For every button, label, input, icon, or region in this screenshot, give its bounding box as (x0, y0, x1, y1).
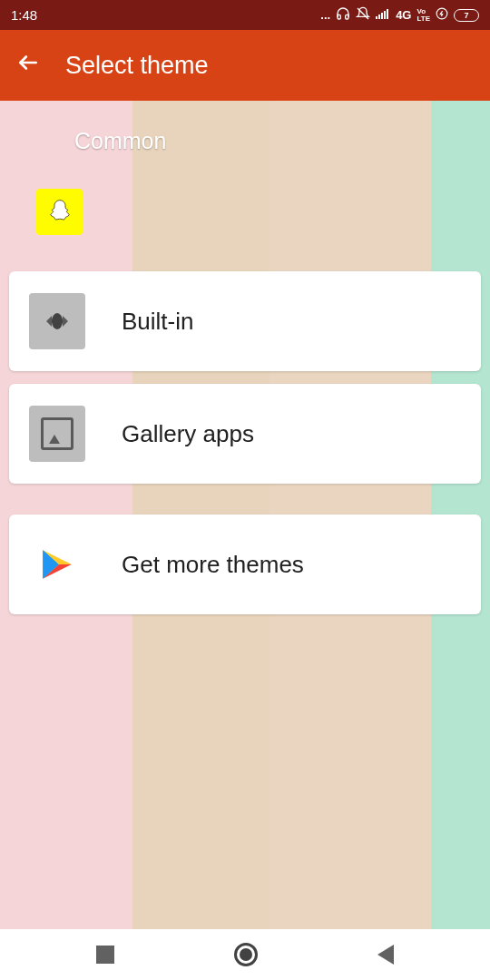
back-arrow-icon[interactable] (16, 51, 40, 81)
getmore-label: Get more themes (122, 551, 304, 579)
svg-point-8 (52, 313, 63, 329)
gallery-icon (41, 417, 74, 450)
builtin-option[interactable]: Built-in (9, 271, 481, 371)
volte-icon: VoLTE (416, 8, 430, 23)
snapchat-app-icon[interactable] (36, 189, 83, 235)
content-area: Common Built-in Gallery apps Get more th… (0, 101, 490, 614)
navigation-bar (0, 929, 490, 980)
status-bar: 1:48 ... 4G VoLTE 7 (0, 0, 490, 30)
network-label: 4G (396, 8, 411, 22)
builtin-icon-box (29, 293, 85, 349)
app-bar: Select theme (0, 30, 490, 101)
ellipsis-icon: ... (320, 8, 330, 22)
snapchat-ghost-icon (45, 196, 74, 229)
nav-back-icon[interactable] (377, 945, 394, 965)
nav-home-icon[interactable] (234, 943, 258, 966)
builtin-icon (41, 305, 74, 338)
headphones-icon (336, 6, 350, 24)
gallery-option[interactable]: Gallery apps (9, 384, 481, 484)
lightning-icon (436, 7, 448, 23)
signal-icon (376, 8, 390, 22)
battery-icon: 7 (454, 9, 479, 22)
gallery-label: Gallery apps (122, 420, 254, 448)
getmore-option[interactable]: Get more themes (9, 514, 481, 614)
svg-rect-4 (384, 11, 386, 19)
play-store-icon (38, 545, 76, 583)
status-time: 1:48 (11, 7, 37, 23)
svg-rect-3 (381, 13, 383, 19)
gallery-icon-box (29, 406, 85, 462)
nav-recent-icon[interactable] (96, 946, 114, 964)
svg-rect-1 (376, 16, 377, 19)
mute-icon (356, 6, 370, 24)
section-label: Common (74, 128, 481, 154)
status-right: ... 4G VoLTE 7 (320, 6, 479, 24)
builtin-label: Built-in (122, 308, 193, 336)
page-title: Select theme (65, 52, 209, 80)
play-icon-box (29, 536, 85, 593)
svg-rect-2 (378, 15, 380, 19)
svg-rect-5 (387, 9, 388, 19)
